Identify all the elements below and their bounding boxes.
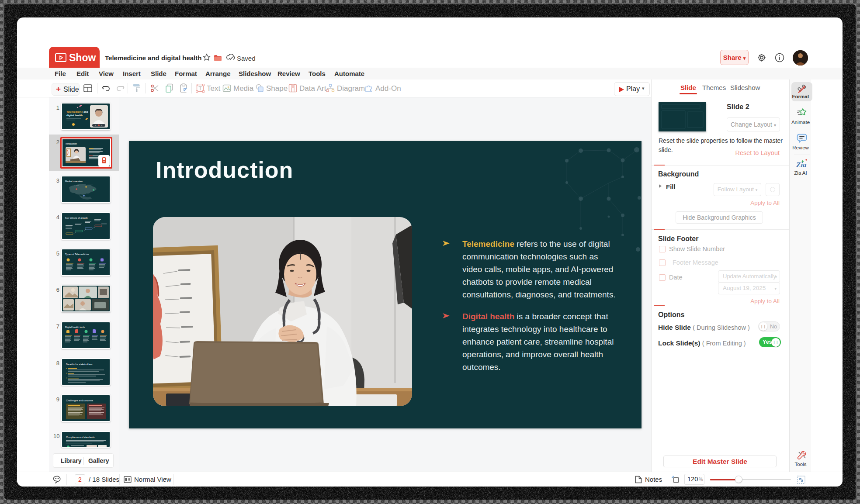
svg-text:Zia: Zia [796,161,807,169]
svg-text:Telemedicine and: Telemedicine and [66,110,88,113]
svg-text:Introduction: Introduction [66,142,77,145]
svg-text:Types of Telemedicine: Types of Telemedicine [65,253,89,255]
svg-text:Compliance and standards: Compliance and standards [66,436,95,438]
svg-text:Key drivers of growth: Key drivers of growth [65,217,88,219]
svg-text:Challenges and concerns: Challenges and concerns [66,399,93,402]
svg-text:Benefits for stakeholders: Benefits for stakeholders [66,363,93,366]
svg-text:digital health: digital health [66,114,83,117]
svg-text:Market overview: Market overview [65,180,83,183]
svg-text:Digital health tools: Digital health tools [65,326,85,328]
